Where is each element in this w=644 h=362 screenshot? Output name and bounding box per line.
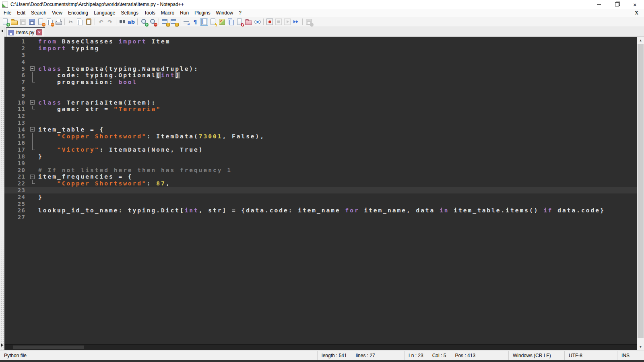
macro-start-recording-icon[interactable] — [266, 18, 274, 26]
menu-help[interactable]: ? — [236, 9, 244, 16]
macro-playback-icon[interactable] — [283, 18, 291, 26]
vertical-scrollbar[interactable]: ▲ ▼ — [637, 37, 644, 350]
horizontal-scrollbar-thumb[interactable] — [13, 346, 84, 349]
menu-macro[interactable]: Macro — [158, 9, 177, 16]
macro-run-multiple-times-icon[interactable] — [292, 18, 300, 26]
menu-window[interactable]: Window — [213, 9, 236, 16]
find-icon[interactable] — [118, 18, 126, 26]
code-line-20[interactable]: 20# If not listed here then has frequenc… — [4, 167, 637, 173]
close-all-icon[interactable]: − — [45, 18, 54, 26]
word-wrap-icon[interactable] — [182, 18, 190, 26]
menu-encoding[interactable]: Encoding — [65, 9, 91, 16]
replace-icon[interactable]: ab — [127, 18, 135, 26]
folder-as-workspace-icon[interactable] — [244, 18, 252, 26]
code-line-23[interactable]: 23 — [4, 187, 637, 194]
status-insert-mode[interactable]: INS — [617, 351, 644, 360]
menu-run[interactable]: Run — [177, 9, 192, 16]
macro-save-icon[interactable] — [305, 18, 313, 26]
fold-marker-start[interactable] — [29, 126, 36, 133]
code-line-1[interactable]: 1from BaseClasses import Item — [4, 38, 637, 45]
close-button[interactable]: × — [626, 0, 644, 9]
show-indent-guide-icon[interactable] — [200, 18, 208, 26]
code-line-9[interactable]: 9 — [4, 92, 637, 99]
code-line-15[interactable]: 15 "Copper Shortsword": ItemData(73001, … — [4, 133, 637, 140]
menu-view[interactable]: View — [49, 9, 65, 16]
vertical-scrollbar-track[interactable] — [637, 43, 644, 343]
code-line-17[interactable]: 17 "Victory": ItemData(None, True) — [4, 146, 637, 153]
fold-marker-start[interactable] — [29, 99, 36, 106]
cut-icon[interactable]: ✂ — [67, 18, 75, 26]
code-line-8[interactable]: 8 — [4, 86, 637, 93]
zoom-in-icon[interactable]: + — [140, 18, 148, 26]
code-line-4[interactable]: 4 — [4, 58, 637, 65]
horizontal-scrollbar[interactable] — [4, 344, 637, 350]
print-icon[interactable] — [54, 18, 62, 26]
code-line-27[interactable]: 27 — [4, 214, 637, 221]
new-file-icon[interactable]: + — [1, 18, 9, 26]
document-list-icon[interactable] — [227, 18, 235, 26]
code-line-22[interactable]: 22 "Copper Shortsword": 87, — [4, 180, 637, 187]
code-line-6[interactable]: 6 code: typing.Optional[int] — [4, 72, 637, 79]
menu-plugins[interactable]: Plugins — [192, 9, 213, 16]
code-line-2[interactable]: 2import typing — [4, 45, 637, 52]
menu-close-icon[interactable]: X — [635, 10, 638, 16]
save-icon[interactable] — [19, 18, 27, 26]
define-your-language-icon[interactable]: ϟ — [209, 18, 217, 26]
dock-grip[interactable] — [0, 27, 4, 350]
minimize-button[interactable] — [590, 0, 608, 9]
scroll-up-icon[interactable]: ▲ — [637, 37, 644, 43]
status-eol-format[interactable]: Windows (CR LF) — [508, 351, 564, 360]
fold-marker-start[interactable] — [29, 173, 36, 180]
macro-stop-recording-icon[interactable] — [275, 18, 283, 26]
menu-tools[interactable]: Tools — [141, 9, 158, 16]
close-icon[interactable]: − — [37, 18, 45, 26]
menu-edit[interactable]: Edit — [14, 9, 28, 16]
save-all-icon[interactable] — [28, 18, 36, 26]
menu-settings[interactable]: Settings — [118, 9, 141, 16]
show-all-characters-icon[interactable]: ¶ — [191, 18, 199, 26]
code-line-11[interactable]: 11 game: str = "Terraria" — [4, 106, 637, 113]
tab-close-icon[interactable]: × — [36, 29, 42, 35]
document-map-icon[interactable] — [218, 18, 226, 26]
code-line-10[interactable]: 10class TerrariaItem(Item): — [4, 99, 637, 106]
vertical-scrollbar-thumb[interactable] — [638, 44, 644, 338]
toolbar-separator — [95, 19, 95, 25]
sync-vertical-scrolling-icon[interactable] — [161, 18, 169, 26]
undo-icon[interactable]: ↶ — [97, 18, 105, 26]
zoom-out-icon[interactable]: − — [149, 18, 157, 26]
code-line-5[interactable]: 5class ItemData(typing.NamedTuple): — [4, 65, 637, 72]
restore-button[interactable] — [608, 0, 626, 9]
fold-marker-mid — [29, 140, 36, 146]
scroll-down-icon[interactable]: ▼ — [637, 343, 644, 350]
code-text: # If not listed here then has frequency … — [36, 167, 232, 173]
code-line-18[interactable]: 18} — [4, 153, 637, 160]
code-line-24[interactable]: 24} — [4, 193, 637, 200]
grip-collapse-left-icon[interactable] — [1, 29, 3, 33]
code-line-25[interactable]: 25 — [4, 200, 637, 207]
open-file-icon[interactable] — [10, 18, 18, 26]
code-line-21[interactable]: 21item_frequencies = { — [4, 173, 637, 180]
monitoring-icon[interactable] — [253, 18, 261, 26]
editor[interactable]: 1from BaseClasses import Item2import typ… — [4, 37, 637, 350]
code-line-26[interactable]: 26lookup_id_to_name: typing.Dict[int, st… — [4, 207, 637, 214]
toolbar: +−−✂↶↷ab+−¶ϟƒ — [0, 17, 644, 27]
fold-marker-start[interactable] — [29, 65, 36, 72]
copy-icon[interactable] — [76, 18, 84, 26]
code-line-7[interactable]: 7 progression: bool — [4, 79, 637, 86]
code-line-14[interactable]: 14item_table = { — [4, 126, 637, 133]
menu-file[interactable]: File — [1, 9, 14, 16]
tab-items-py[interactable]: Items.py × — [6, 27, 45, 37]
code-line-19[interactable]: 19 — [4, 160, 637, 167]
code-line-13[interactable]: 13 — [4, 119, 637, 126]
status-encoding[interactable]: UTF-8 — [564, 351, 617, 360]
sync-horizontal-scrolling-icon[interactable] — [170, 18, 178, 26]
menu-search[interactable]: Search — [28, 9, 49, 16]
menu-language[interactable]: Language — [91, 9, 118, 16]
function-list-icon[interactable]: ƒ — [235, 18, 244, 26]
code-line-16[interactable]: 16 — [4, 140, 637, 146]
paste-icon[interactable] — [85, 18, 93, 26]
grip-expand-right-icon[interactable] — [1, 343, 3, 347]
code-line-12[interactable]: 12 — [4, 113, 637, 119]
code-line-3[interactable]: 3 — [4, 52, 637, 59]
redo-icon[interactable]: ↷ — [106, 18, 114, 26]
